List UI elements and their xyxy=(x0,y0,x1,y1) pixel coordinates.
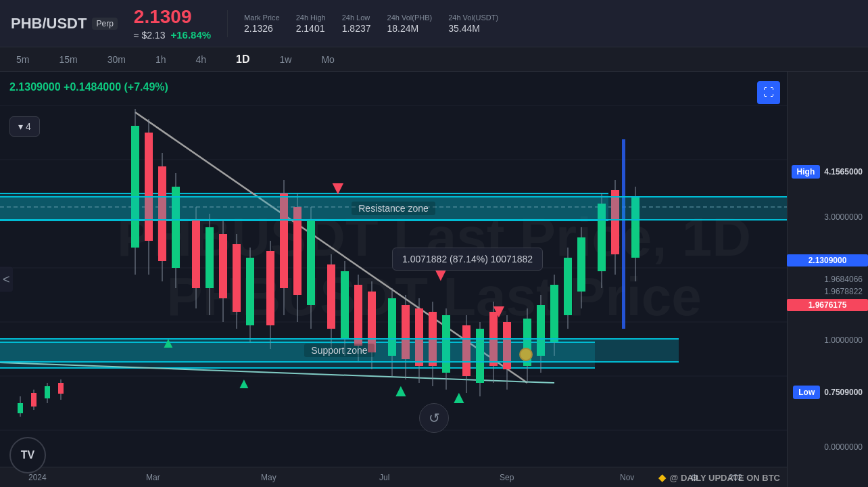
low-tag: Low xyxy=(793,386,820,399)
price-current-level: 2.1309000 xyxy=(787,254,868,266)
vol-usdt-value: 35.44M xyxy=(448,23,498,34)
green-arrow-2: ▲ xyxy=(237,376,251,391)
timeframe-mo[interactable]: Mo xyxy=(316,51,339,68)
vol-phb-block: 24h Vol(PHB) 18.24M xyxy=(387,14,433,34)
chart-info: 2.1309000 +0.1484000 (+7.49%) xyxy=(9,81,168,93)
x-label-nov: Nov xyxy=(620,473,634,482)
svg-rect-56 xyxy=(354,285,362,346)
green-arrow-1: ▲ xyxy=(161,335,176,350)
svg-rect-82 xyxy=(550,285,558,342)
expand-button[interactable]: ⛶ xyxy=(757,81,780,104)
price-usd: ≈ $2.13 xyxy=(134,30,166,41)
vol-phb-label: 24h Vol(PHB) xyxy=(387,14,433,22)
tooltip-box: 1.0071882 (87.14%) 10071882 xyxy=(392,248,543,271)
svg-rect-86 xyxy=(577,237,585,292)
green-arrow-3: ▲ xyxy=(392,381,410,399)
chart-container: PHBUSDT Last Price, 1D PHBUSDT Last Pric… xyxy=(0,72,868,487)
svg-rect-28 xyxy=(145,133,153,241)
resistance-label: Resistance zone xyxy=(352,202,435,215)
red-arrow-3: ▼ xyxy=(489,302,508,321)
x-label-2024: 2024 xyxy=(28,473,47,482)
tv-logo-text: TV xyxy=(21,449,34,461)
counter-value: ▾ 4 xyxy=(18,121,31,132)
svg-rect-26 xyxy=(131,126,139,248)
high-label-box: High 4.1565000 xyxy=(792,165,868,179)
x-label-jul: Jul xyxy=(379,473,389,482)
high-tag: High xyxy=(792,165,821,179)
low-label: 24h Low xyxy=(342,14,371,22)
x-label-may: May xyxy=(261,473,276,482)
timeframe-15m[interactable]: 15m xyxy=(53,51,82,68)
price-block: 2.1309 ≈ $2.13 +16.84% xyxy=(134,6,211,41)
price-1-0000: 1.0000000 xyxy=(824,335,863,345)
svg-rect-22 xyxy=(45,386,50,398)
divider xyxy=(227,10,228,37)
svg-rect-52 xyxy=(327,264,335,329)
left-nav-icon: < xyxy=(3,273,10,286)
svg-rect-50 xyxy=(307,221,315,305)
x-label-mar: Mar xyxy=(146,473,160,482)
high-value: 2.1401 xyxy=(296,23,326,34)
symbol-block: PHB/USDT Perp xyxy=(11,15,118,32)
expand-icon: ⛶ xyxy=(763,87,774,99)
low-block: 24h Low 1.8237 xyxy=(342,14,371,34)
high-block: 24h High 2.1401 xyxy=(296,14,326,34)
symbol-name: PHB/USDT xyxy=(11,15,87,32)
timeframe-30m[interactable]: 30m xyxy=(102,51,131,68)
svg-rect-36 xyxy=(206,227,214,288)
price-1-9678: 1.9678822 xyxy=(824,287,863,296)
svg-rect-40 xyxy=(233,244,241,312)
support-zone: Support zone xyxy=(0,338,679,363)
mark-price-label: Mark Price xyxy=(244,14,280,22)
chart-ohlc-display: 2.1309000 +0.1484000 (+7.49%) xyxy=(9,81,168,93)
svg-rect-38 xyxy=(219,234,227,298)
x-label-sep: Sep xyxy=(500,473,514,482)
tooltip-text: 1.0071882 (87.14%) 10071882 xyxy=(402,254,533,264)
mark-price-block: Mark Price 2.1326 xyxy=(244,14,280,34)
timeframe-5m[interactable]: 5m xyxy=(11,51,34,68)
price-1-9684: 1.9684066 xyxy=(824,275,863,284)
mark-price-value: 2.1326 xyxy=(244,23,280,34)
candlestick-chart xyxy=(0,72,787,487)
svg-rect-18 xyxy=(18,403,23,413)
svg-rect-84 xyxy=(564,258,572,315)
svg-rect-24 xyxy=(58,383,64,394)
current-price: 2.1309 xyxy=(134,6,211,28)
reset-button[interactable]: ↺ xyxy=(419,403,449,433)
timeframe-4h[interactable]: 4h xyxy=(191,51,212,68)
low-val: 0.7509000 xyxy=(824,388,863,397)
price-change: +16.84% xyxy=(170,29,211,41)
vol-usdt-block: 24h Vol(USDT) 35.44M xyxy=(448,14,498,34)
reset-icon: ↺ xyxy=(429,410,440,426)
watermark-text: @ DAILY UPDATE ON BTC xyxy=(670,473,780,483)
svg-rect-34 xyxy=(192,221,200,288)
svg-rect-44 xyxy=(266,251,274,325)
high-label: 24h High xyxy=(296,14,326,22)
counter-badge[interactable]: ▾ 4 xyxy=(9,116,40,137)
vol-phb-value: 18.24M xyxy=(387,23,433,34)
support-label: Support zone xyxy=(304,344,374,357)
svg-rect-54 xyxy=(341,271,349,339)
svg-rect-20 xyxy=(31,393,37,407)
time-bar: 5m 15m 30m 1h 4h 1D 1w Mo xyxy=(0,47,868,72)
timeframe-1d[interactable]: 1D xyxy=(231,51,255,68)
red-arrow-1: ▼ xyxy=(329,179,347,198)
bottom-watermark: ◆ @ DAILY UPDATE ON BTC xyxy=(658,472,780,483)
price-3-0000: 3.0000000 xyxy=(824,212,863,222)
price-0-0000: 0.0000000 xyxy=(824,442,863,452)
low-value: 1.8237 xyxy=(342,23,371,34)
low-label-box: Low 0.7509000 xyxy=(793,386,868,399)
timeframe-1w[interactable]: 1w xyxy=(274,51,297,68)
timeframe-1h[interactable]: 1h xyxy=(150,51,172,68)
green-arrow-4: ▲ xyxy=(450,388,468,406)
price-sidebar: 3.0000000 2.1309000 1.9684066 1.9678822 … xyxy=(787,72,868,487)
top-bar: PHB/USDT Perp 2.1309 ≈ $2.13 +16.84% Mar… xyxy=(0,0,868,47)
perp-badge[interactable]: Perp xyxy=(92,18,117,30)
tradingview-logo: TV xyxy=(9,437,46,473)
svg-rect-42 xyxy=(246,258,254,325)
svg-rect-16 xyxy=(622,139,625,329)
high-val: 4.1565000 xyxy=(824,167,863,177)
vol-usdt-label: 24h Vol(USDT) xyxy=(448,14,498,22)
diamond-icon: ◆ xyxy=(658,472,666,483)
left-nav-button[interactable]: < xyxy=(0,267,13,292)
